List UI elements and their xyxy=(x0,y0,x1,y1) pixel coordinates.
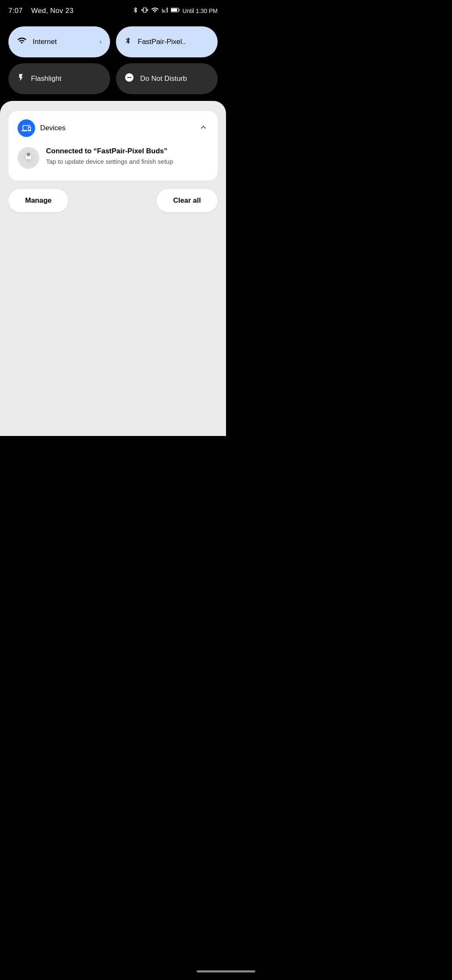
device-item[interactable]: Connected to “FastPair-Pixel Buds” Tap t… xyxy=(18,144,208,172)
svg-rect-1 xyxy=(179,9,180,11)
flashlight-label: Flashlight xyxy=(31,75,102,83)
wifi-icon xyxy=(17,36,27,48)
vibrate-status-icon xyxy=(141,6,148,15)
fastpair-label: FastPair-Pixel.. xyxy=(138,38,209,46)
status-date: Wed, Nov 23 xyxy=(31,7,73,15)
bluetooth-status-icon xyxy=(132,6,139,15)
flashlight-tile[interactable]: Flashlight xyxy=(8,63,110,94)
notification-area: Devices Connected to “FastPair-Pixel Bu xyxy=(0,101,226,436)
manage-button[interactable]: Manage xyxy=(8,189,68,212)
device-name: Connected to “FastPair-Pixel Buds” xyxy=(46,147,208,155)
internet-tile[interactable]: Internet › xyxy=(8,26,110,57)
battery-status-icon xyxy=(171,7,180,14)
internet-label: Internet xyxy=(33,38,94,46)
svg-point-6 xyxy=(26,159,31,162)
fastpair-tile[interactable]: FastPair-Pixel.. xyxy=(116,26,218,57)
clear-all-button[interactable]: Clear all xyxy=(157,189,218,212)
devices-card[interactable]: Devices Connected to “FastPair-Pixel Bu xyxy=(8,111,218,181)
devices-title: Devices xyxy=(40,124,65,132)
internet-arrow-icon: › xyxy=(100,38,102,46)
dnd-tile[interactable]: Do Not Disturb xyxy=(116,63,218,94)
status-bar: 7:07 Wed, Nov 23 xyxy=(0,0,226,20)
quick-settings-panel: Internet › FastPair-Pixel.. Flashlight D… xyxy=(0,20,226,101)
device-avatar xyxy=(18,147,39,169)
bluetooth-tile-icon xyxy=(124,36,132,48)
device-description: Tap to update device settings and finish… xyxy=(46,157,208,166)
devices-card-header: Devices xyxy=(18,119,208,137)
device-info: Connected to “FastPair-Pixel Buds” Tap t… xyxy=(46,147,208,166)
dnd-icon xyxy=(124,72,134,85)
action-buttons-row: Manage Clear all xyxy=(8,189,218,212)
svg-point-5 xyxy=(27,153,30,156)
battery-label: Until 1:30 PM xyxy=(182,8,218,14)
dnd-label: Do Not Disturb xyxy=(140,75,209,83)
status-time: 7:07 xyxy=(8,7,23,15)
devices-icon xyxy=(18,119,35,137)
status-icons-group: Until 1:30 PM xyxy=(132,6,218,15)
flashlight-icon xyxy=(17,72,25,85)
svg-rect-2 xyxy=(171,8,177,11)
wifi-status-icon xyxy=(151,6,159,15)
status-time-date: 7:07 Wed, Nov 23 xyxy=(8,7,74,15)
devices-header-left: Devices xyxy=(18,119,65,137)
chevron-up-icon[interactable] xyxy=(198,122,208,134)
signal-status-icon xyxy=(162,6,168,15)
